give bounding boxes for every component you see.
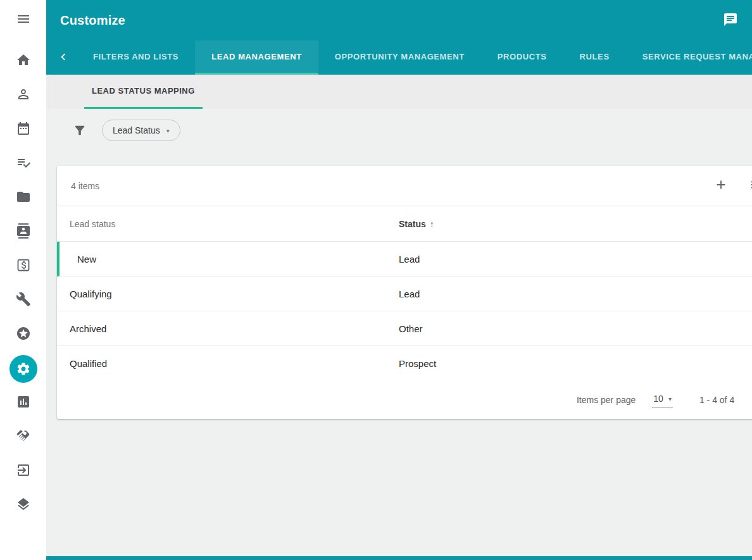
cell-status: Lead <box>399 254 717 264</box>
bar-chart-icon <box>16 394 31 412</box>
cell-status: Lead <box>399 289 717 299</box>
sub-tab-bar: LEAD STATUS MAPPING <box>46 75 752 109</box>
sidebar <box>0 0 46 560</box>
bottom-teal-strip <box>46 556 752 560</box>
calendar-icon <box>16 121 31 139</box>
subtab-lead-status-mapping[interactable]: LEAD STATUS MAPPING <box>84 75 203 109</box>
exit-to-app-icon <box>16 463 31 480</box>
app-window: Customize 99+ <box>0 0 752 560</box>
lead-status-mapping-card: 4 items Lead status <box>57 166 752 419</box>
page-size-value: 10 <box>653 394 663 404</box>
sidebar-item-calendar[interactable] <box>0 113 46 147</box>
checklist-icon <box>16 155 31 173</box>
caret-down-icon: ▾ <box>166 127 170 134</box>
filter-bar: Lead Status ▾ <box>46 109 752 152</box>
star-circle-icon <box>16 326 31 344</box>
cell-lead-status: Archived <box>70 323 399 334</box>
sidebar-item-tools[interactable] <box>0 283 46 318</box>
items-count: 4 items <box>71 181 99 191</box>
sidebar-item-contacts[interactable] <box>0 215 46 249</box>
caret-down-icon: ▾ <box>668 395 672 402</box>
content-area: 4 items Lead status <box>46 152 752 560</box>
sidebar-item-settings-active[interactable] <box>0 352 46 386</box>
layers-icon <box>16 497 31 514</box>
table-header-row: Lead status Status ↑ <box>57 206 752 242</box>
page-size-select[interactable]: 10 ▾ <box>652 392 673 408</box>
tabs-scroll-left-button[interactable] <box>50 40 77 75</box>
lead-status-filter-chip[interactable]: Lead Status ▾ <box>102 120 180 141</box>
cell-lead-status: Qualified <box>70 358 399 369</box>
sidebar-item-documents[interactable] <box>0 181 46 215</box>
cell-status: Other <box>399 323 717 334</box>
sidebar-item-tasks[interactable] <box>0 147 46 181</box>
previous-page-button[interactable] <box>747 387 752 413</box>
tab-rules[interactable]: RULES <box>563 40 626 75</box>
cell-lead-status: New <box>77 254 399 264</box>
contacts-icon <box>16 223 31 241</box>
tabs-scroll-area: FILTERS AND LISTS LEAD MANAGEMENT OPPORT… <box>77 40 752 75</box>
tab-products[interactable]: PRODUCTS <box>481 40 563 75</box>
sort-ascending-arrow-icon: ↑ <box>430 219 434 229</box>
sidebar-item-home[interactable] <box>0 44 46 78</box>
tab-opportunity-management[interactable]: OPPORTUNITY MANAGEMENT <box>318 40 481 75</box>
sidebar-item-partners[interactable] <box>0 420 46 454</box>
column-header-lead-status[interactable]: Lead status <box>70 219 399 229</box>
sidebar-item-reports[interactable] <box>0 386 46 420</box>
row-actions <box>717 252 752 266</box>
sidebar-item-finance[interactable] <box>0 249 46 283</box>
person-icon <box>16 87 31 104</box>
hamburger-menu-icon <box>16 11 31 29</box>
table-row[interactable]: Qualified Prospect <box>57 346 752 381</box>
dollar-invoice-icon <box>16 258 31 275</box>
column-header-status-sorted[interactable]: Status ↑ <box>399 219 717 229</box>
page-title: Customize <box>60 13 125 28</box>
wrench-icon <box>16 292 31 309</box>
filter-funnel-icon <box>73 123 87 137</box>
cell-lead-status: Qualifying <box>70 289 399 299</box>
toolbar-actions <box>714 178 752 194</box>
cell-status: Prospect <box>399 358 717 369</box>
sidebar-item-layers[interactable] <box>0 488 46 523</box>
table-row[interactable]: Qualifying Lead <box>57 277 752 311</box>
sort-lines-icon <box>749 178 752 194</box>
top-app-bar: Customize 99+ <box>46 0 752 75</box>
card-toolbar: 4 items <box>57 166 752 206</box>
chevron-left-icon <box>56 50 70 66</box>
tab-filters-and-lists[interactable]: FILTERS AND LISTS <box>77 40 195 75</box>
add-item-button[interactable] <box>714 178 728 194</box>
table-row[interactable]: Archived Other <box>57 311 752 346</box>
customize-tab-bar: FILTERS AND LISTS LEAD MANAGEMENT OPPORT… <box>46 40 752 75</box>
plus-icon <box>714 178 728 194</box>
tab-service-request-management[interactable]: SERVICE REQUEST MANAGEMI <box>626 40 752 75</box>
column-header-status-label: Status <box>399 219 426 229</box>
table-row[interactable]: New Lead <box>57 242 752 277</box>
sidebar-item-menu[interactable] <box>0 8 46 33</box>
pagination-bar: Items per page 10 ▾ 1 - 4 of 4 <box>57 381 752 419</box>
sort-button[interactable] <box>749 178 752 194</box>
chat-icon <box>723 12 738 29</box>
sidebar-item-profile[interactable] <box>0 78 46 113</box>
sidebar-item-featured[interactable] <box>0 318 46 352</box>
pagination-range: 1 - 4 of 4 <box>699 395 734 405</box>
main-area: Customize 99+ <box>46 0 752 560</box>
header-actions: 99+ <box>723 11 752 30</box>
settings-gear-icon <box>9 355 37 383</box>
folder-icon <box>16 189 31 207</box>
items-per-page-label: Items per page <box>577 395 636 405</box>
tab-lead-management[interactable]: LEAD MANAGEMENT <box>195 40 318 75</box>
home-icon <box>16 53 31 70</box>
sidebar-item-sign-in[interactable] <box>0 454 46 488</box>
filter-chip-label: Lead Status <box>113 125 160 135</box>
handshake-icon <box>16 428 31 446</box>
chat-button[interactable] <box>723 12 738 29</box>
title-row: Customize 99+ <box>46 0 752 40</box>
